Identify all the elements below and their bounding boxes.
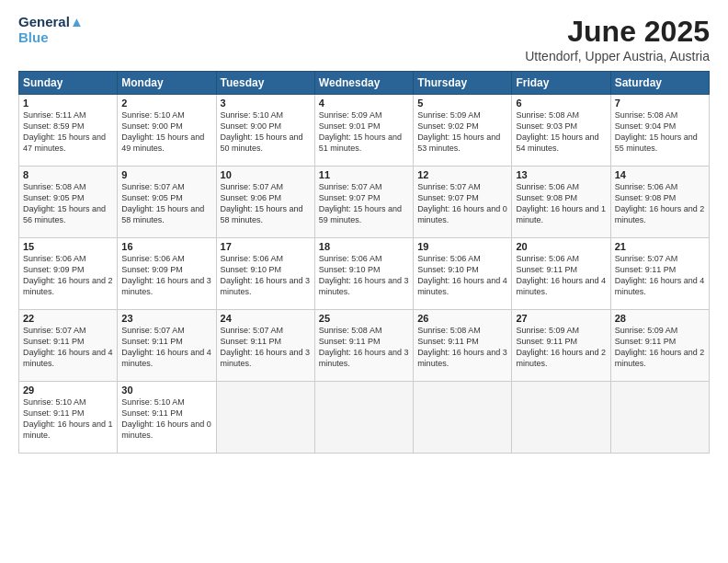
- day-number: 2: [121, 98, 211, 109]
- day-cell: 4Sunrise: 5:09 AMSunset: 9:01 PMDaylight…: [314, 95, 413, 167]
- col-header-tuesday: Tuesday: [216, 72, 314, 95]
- day-number: 30: [121, 385, 211, 396]
- col-header-sunday: Sunday: [19, 72, 118, 95]
- day-number: 4: [319, 98, 409, 109]
- day-info: Sunrise: 5:06 AMSunset: 9:09 PMDaylight:…: [121, 253, 211, 298]
- day-number: 24: [221, 313, 311, 324]
- day-number: 11: [319, 169, 409, 180]
- day-info: Sunrise: 5:06 AMSunset: 9:11 PMDaylight:…: [516, 253, 606, 298]
- day-number: 18: [319, 241, 409, 252]
- col-header-wednesday: Wednesday: [314, 72, 413, 95]
- day-number: 20: [516, 241, 606, 252]
- day-info: Sunrise: 5:08 AMSunset: 9:11 PMDaylight:…: [417, 325, 507, 370]
- day-info: Sunrise: 5:06 AMSunset: 9:10 PMDaylight:…: [417, 253, 507, 298]
- day-cell: [216, 382, 314, 454]
- title-block: June 2025 Uttendorf, Upper Austria, Aust…: [525, 15, 710, 63]
- day-info: Sunrise: 5:09 AMSunset: 9:02 PMDaylight:…: [417, 109, 507, 155]
- day-cell: 29Sunrise: 5:10 AMSunset: 9:11 PMDayligh…: [19, 382, 118, 454]
- day-cell: 20Sunrise: 5:06 AMSunset: 9:11 PMDayligh…: [512, 238, 610, 310]
- week-row-4: 22Sunrise: 5:07 AMSunset: 9:11 PMDayligh…: [19, 310, 710, 382]
- day-cell: 22Sunrise: 5:07 AMSunset: 9:11 PMDayligh…: [19, 310, 118, 382]
- day-info: Sunrise: 5:06 AMSunset: 9:10 PMDaylight:…: [319, 253, 409, 298]
- day-info: Sunrise: 5:10 AMSunset: 9:00 PMDaylight:…: [121, 109, 211, 155]
- day-info: Sunrise: 5:06 AMSunset: 9:08 PMDaylight:…: [615, 181, 705, 226]
- day-number: 16: [121, 241, 211, 252]
- day-cell: 3Sunrise: 5:10 AMSunset: 9:00 PMDaylight…: [216, 95, 314, 167]
- day-cell: 7Sunrise: 5:08 AMSunset: 9:04 PMDaylight…: [610, 95, 709, 167]
- day-cell: 27Sunrise: 5:09 AMSunset: 9:11 PMDayligh…: [512, 310, 610, 382]
- day-cell: 1Sunrise: 5:11 AMSunset: 8:59 PMDaylight…: [19, 95, 118, 167]
- day-info: Sunrise: 5:07 AMSunset: 9:11 PMDaylight:…: [615, 253, 705, 298]
- day-cell: [512, 382, 610, 454]
- day-info: Sunrise: 5:07 AMSunset: 9:11 PMDaylight:…: [221, 325, 311, 370]
- day-cell: 30Sunrise: 5:10 AMSunset: 9:11 PMDayligh…: [118, 382, 216, 454]
- col-header-monday: Monday: [118, 72, 216, 95]
- week-row-5: 29Sunrise: 5:10 AMSunset: 9:11 PMDayligh…: [19, 382, 710, 454]
- day-cell: [414, 382, 512, 454]
- location: Uttendorf, Upper Austria, Austria: [525, 49, 710, 63]
- day-number: 27: [516, 313, 606, 324]
- day-info: Sunrise: 5:06 AMSunset: 9:09 PMDaylight:…: [23, 253, 113, 298]
- day-info: Sunrise: 5:10 AMSunset: 9:11 PMDaylight:…: [121, 396, 211, 442]
- day-number: 19: [417, 241, 507, 252]
- day-info: Sunrise: 5:08 AMSunset: 9:03 PMDaylight:…: [516, 109, 606, 155]
- day-cell: 11Sunrise: 5:07 AMSunset: 9:07 PMDayligh…: [314, 167, 413, 238]
- day-cell: 16Sunrise: 5:06 AMSunset: 9:09 PMDayligh…: [118, 238, 216, 310]
- day-number: 7: [615, 98, 705, 109]
- day-info: Sunrise: 5:09 AMSunset: 9:01 PMDaylight:…: [319, 109, 409, 155]
- day-number: 1: [23, 98, 113, 109]
- week-row-2: 8Sunrise: 5:08 AMSunset: 9:05 PMDaylight…: [19, 167, 710, 238]
- day-cell: 14Sunrise: 5:06 AMSunset: 9:08 PMDayligh…: [610, 167, 709, 238]
- day-cell: 21Sunrise: 5:07 AMSunset: 9:11 PMDayligh…: [610, 238, 709, 310]
- day-number: 12: [417, 169, 507, 180]
- day-number: 14: [615, 169, 705, 180]
- day-number: 23: [121, 313, 211, 324]
- day-cell: 5Sunrise: 5:09 AMSunset: 9:02 PMDaylight…: [414, 95, 512, 167]
- day-number: 28: [615, 313, 705, 324]
- day-cell: [610, 382, 709, 454]
- day-cell: 13Sunrise: 5:06 AMSunset: 9:08 PMDayligh…: [512, 167, 610, 238]
- day-info: Sunrise: 5:07 AMSunset: 9:11 PMDaylight:…: [121, 325, 211, 370]
- day-info: Sunrise: 5:07 AMSunset: 9:11 PMDaylight:…: [23, 325, 113, 370]
- day-of-week-row: SundayMondayTuesdayWednesdayThursdayFrid…: [19, 72, 710, 95]
- day-number: 26: [417, 313, 507, 324]
- header: General▲ Blue June 2025 Uttendorf, Upper…: [18, 15, 710, 63]
- day-cell: 10Sunrise: 5:07 AMSunset: 9:06 PMDayligh…: [216, 167, 314, 238]
- day-cell: 19Sunrise: 5:06 AMSunset: 9:10 PMDayligh…: [414, 238, 512, 310]
- day-number: 17: [221, 241, 311, 252]
- week-row-1: 1Sunrise: 5:11 AMSunset: 8:59 PMDaylight…: [19, 95, 710, 167]
- day-info: Sunrise: 5:09 AMSunset: 9:11 PMDaylight:…: [516, 325, 606, 370]
- day-cell: 28Sunrise: 5:09 AMSunset: 9:11 PMDayligh…: [610, 310, 709, 382]
- day-info: Sunrise: 5:08 AMSunset: 9:11 PMDaylight:…: [319, 325, 409, 370]
- day-info: Sunrise: 5:10 AMSunset: 9:00 PMDaylight:…: [221, 109, 311, 155]
- day-info: Sunrise: 5:06 AMSunset: 9:10 PMDaylight:…: [221, 253, 311, 298]
- day-cell: 8Sunrise: 5:08 AMSunset: 9:05 PMDaylight…: [19, 167, 118, 238]
- logo-general: General▲: [18, 15, 84, 30]
- day-number: 22: [23, 313, 113, 324]
- col-header-saturday: Saturday: [610, 72, 709, 95]
- day-info: Sunrise: 5:08 AMSunset: 9:05 PMDaylight:…: [23, 181, 113, 226]
- day-number: 25: [319, 313, 409, 324]
- week-row-3: 15Sunrise: 5:06 AMSunset: 9:09 PMDayligh…: [19, 238, 710, 310]
- day-cell: 2Sunrise: 5:10 AMSunset: 9:00 PMDaylight…: [118, 95, 216, 167]
- logo-blue: Blue: [18, 30, 84, 46]
- day-info: Sunrise: 5:07 AMSunset: 9:07 PMDaylight:…: [417, 181, 507, 226]
- page: General▲ Blue June 2025 Uttendorf, Upper…: [0, 0, 728, 563]
- day-cell: 25Sunrise: 5:08 AMSunset: 9:11 PMDayligh…: [314, 310, 413, 382]
- calendar-table: SundayMondayTuesdayWednesdayThursdayFrid…: [18, 71, 710, 454]
- day-info: Sunrise: 5:10 AMSunset: 9:11 PMDaylight:…: [23, 396, 113, 442]
- day-number: 15: [23, 241, 113, 252]
- day-number: 10: [221, 169, 311, 180]
- day-info: Sunrise: 5:06 AMSunset: 9:08 PMDaylight:…: [516, 181, 606, 226]
- day-cell: 17Sunrise: 5:06 AMSunset: 9:10 PMDayligh…: [216, 238, 314, 310]
- month-title: June 2025: [525, 15, 710, 49]
- day-cell: 23Sunrise: 5:07 AMSunset: 9:11 PMDayligh…: [118, 310, 216, 382]
- day-cell: 15Sunrise: 5:06 AMSunset: 9:09 PMDayligh…: [19, 238, 118, 310]
- day-cell: [314, 382, 413, 454]
- logo: General▲ Blue: [18, 15, 84, 45]
- day-cell: 9Sunrise: 5:07 AMSunset: 9:05 PMDaylight…: [118, 167, 216, 238]
- day-number: 29: [23, 385, 113, 396]
- day-number: 8: [23, 169, 113, 180]
- day-number: 3: [221, 98, 311, 109]
- day-info: Sunrise: 5:11 AMSunset: 8:59 PMDaylight:…: [23, 109, 113, 155]
